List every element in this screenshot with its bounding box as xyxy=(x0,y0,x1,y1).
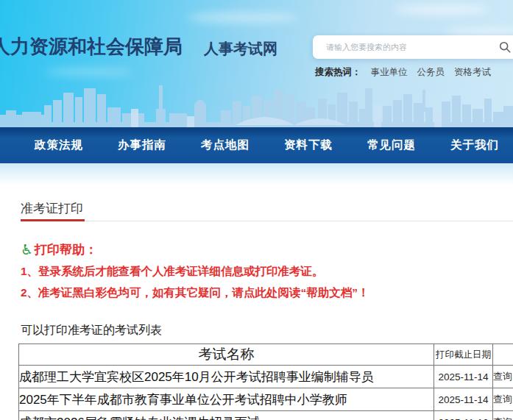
help-line-1: 1、登录系统后才能查看个人准考证详细信息或打印准考证。 xyxy=(21,261,499,281)
nav-item-faq[interactable]: 常见问题 xyxy=(367,138,416,153)
header-banner: 人力资源和社会保障局 人事考试网 搜索热词：事业单位公务员资格考试 xyxy=(0,0,513,127)
table-header-row: 考试名称 打印截止日期 xyxy=(19,344,513,366)
exam-table: 考试名称 打印截止日期 成都理工大学宜宾校区2025年10月公开考试招聘事业编制… xyxy=(18,344,513,420)
nav-item-about-us[interactable]: 关于我们 xyxy=(450,138,499,153)
section-header: 准考证打印 xyxy=(21,200,513,221)
search-hot-words: 搜索热词：事业单位公务员资格考试 xyxy=(315,66,491,79)
search-input[interactable] xyxy=(325,36,493,58)
cloud-decoration xyxy=(44,68,132,76)
exam-list-title: 可以打印准考证的考试列表 xyxy=(21,323,162,338)
hot-words-label: 搜索热词： xyxy=(315,67,361,77)
table-row: 2025年下半年成都市教育事业单位公开考试招聘中小学教师 2025-11-14 … xyxy=(19,388,513,411)
search-icon[interactable] xyxy=(498,40,512,54)
help-line-2[interactable]: 2、准考证黑白彩色均可，如有其它疑问，请点此处阅读“帮助文档”！ xyxy=(21,282,499,302)
print-deadline: 2025-11-14 xyxy=(434,366,493,388)
print-deadline: 2025-11-14 xyxy=(434,388,493,411)
hot-word-link-3[interactable]: 资格考试 xyxy=(454,67,491,77)
table-row: 成都市2026届急需紧缺专业选调生招录面试 2025-11-16 查询 xyxy=(19,411,513,420)
site-title: 人力资源和社会保障局 xyxy=(0,34,183,60)
nav-item-downloads[interactable]: 资料下载 xyxy=(284,138,333,153)
cloud-decoration xyxy=(188,12,298,24)
search-bar xyxy=(313,35,513,59)
column-header-exam-name: 考试名称 xyxy=(19,344,434,366)
main-nav: 政策法规 办事指南 考点地图 资料下载 常见问题 关于我们 xyxy=(0,127,513,163)
print-help-block: ♿ 打印帮助： 1、登录系统后才能查看个人准考证详细信息或打印准考证。 2、准考… xyxy=(21,241,499,302)
hot-word-link-1[interactable]: 事业单位 xyxy=(371,67,408,77)
site-subtitle: 人事考试网 xyxy=(204,39,277,59)
exam-name-link[interactable]: 成都理工大学宜宾校区2025年10月公开考试招聘事业编制辅导员 xyxy=(19,366,434,388)
nav-item-exam-site-map[interactable]: 考点地图 xyxy=(201,138,250,153)
column-header-action xyxy=(493,344,513,366)
query-link[interactable]: 查询 xyxy=(493,366,513,388)
hot-word-link-2[interactable]: 公务员 xyxy=(417,67,445,77)
table-row: 成都理工大学宜宾校区2025年10月公开考试招聘事业编制辅导员 2025-11-… xyxy=(19,366,513,388)
print-deadline: 2025-11-16 xyxy=(434,411,493,420)
column-header-print-deadline: 打印截止日期 xyxy=(434,344,493,366)
query-link[interactable]: 查询 xyxy=(493,411,513,420)
page-title: 准考证打印 xyxy=(21,200,85,221)
help-title: 打印帮助： xyxy=(35,241,97,258)
nav-item-guide[interactable]: 办事指南 xyxy=(118,138,166,153)
nav-item-policies[interactable]: 政策法规 xyxy=(35,138,83,153)
exam-name-link[interactable]: 2025年下半年成都市教育事业单位公开考试招聘中小学教师 xyxy=(19,388,434,411)
cloud-decoration xyxy=(394,4,489,15)
city-skyline-illustration xyxy=(0,79,513,127)
exam-name-link[interactable]: 成都市2026届急需紧缺专业选调生招录面试 xyxy=(19,411,434,420)
accessibility-icon: ♿ xyxy=(21,243,33,257)
nav-bottom-gradient xyxy=(0,163,513,185)
query-link[interactable]: 查询 xyxy=(493,388,513,411)
page-root: 人力资源和社会保障局 人事考试网 搜索热词：事业单位公务员资格考试 政策法规 办… xyxy=(0,0,513,420)
